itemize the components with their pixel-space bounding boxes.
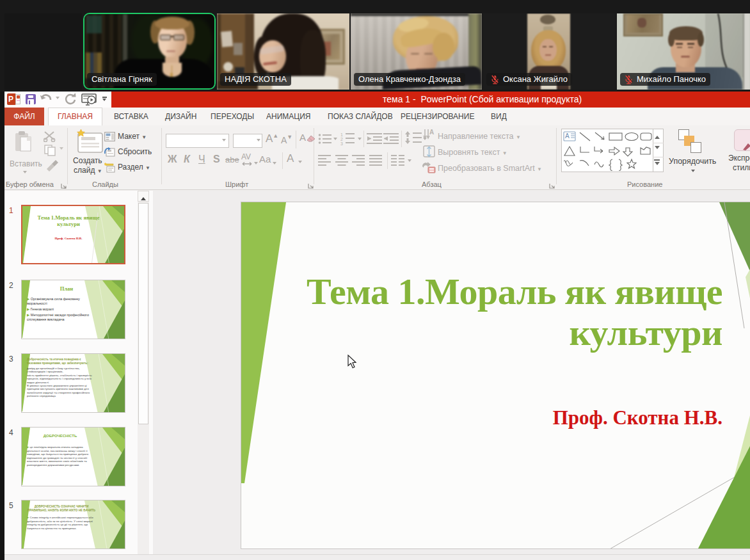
svg-text:1: 1	[340, 132, 343, 137]
svg-text:3: 3	[340, 141, 343, 146]
svg-text:2: 2	[340, 137, 343, 141]
svg-text:A: A	[565, 132, 570, 140]
svg-text:A: A	[429, 129, 434, 136]
